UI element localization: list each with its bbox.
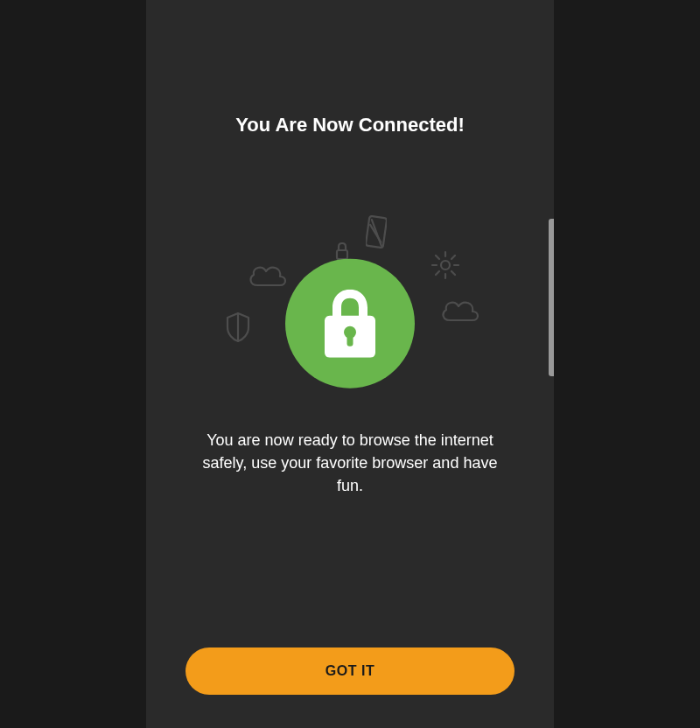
- got-it-button[interactable]: GOT IT: [186, 648, 514, 695]
- phone-icon: [366, 215, 387, 248]
- cloud-icon: [438, 296, 483, 327]
- svg-point-5: [441, 261, 450, 270]
- svg-rect-7: [347, 335, 354, 346]
- illustration-group: [192, 198, 508, 408]
- svg-line-3: [368, 220, 385, 246]
- connected-confirmation-screen: You Are Now Connected!: [146, 0, 554, 728]
- lock-badge: [285, 259, 415, 388]
- lock-icon: [323, 290, 377, 358]
- page-title: You Are Now Connected!: [235, 114, 465, 136]
- subtitle-text: You are now ready to browse the internet…: [201, 429, 499, 497]
- shield-icon: [226, 312, 250, 343]
- svg-rect-1: [337, 250, 347, 259]
- cloud-icon: [245, 261, 290, 292]
- lock-small-icon: [334, 242, 350, 261]
- scroll-indicator[interactable]: [549, 219, 554, 376]
- gear-icon: [430, 250, 460, 280]
